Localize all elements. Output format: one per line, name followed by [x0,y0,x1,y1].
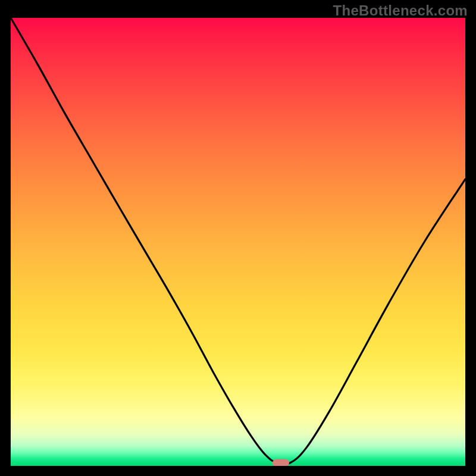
curve-path [11,18,465,464]
optimum-marker [273,459,289,466]
plot-area [11,18,465,466]
watermark-text: TheBottleneck.com [333,2,468,19]
bottleneck-curve [11,18,465,466]
chart-frame: TheBottleneck.com [0,0,476,476]
